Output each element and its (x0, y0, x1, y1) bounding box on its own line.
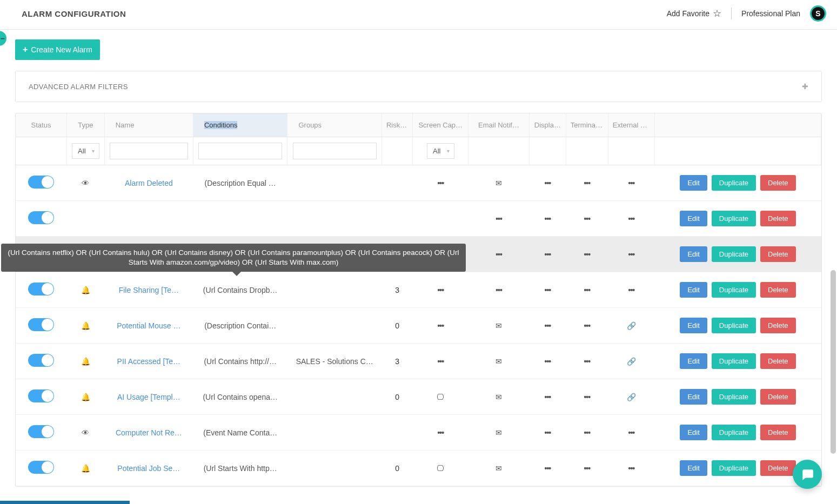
table-row: 🔔Potential Job Se…(Url Starts With http…… (16, 451, 821, 486)
add-favorite-label: Add Favorite (667, 9, 709, 18)
col-name[interactable]: Name (104, 113, 193, 137)
alarm-name-link[interactable]: Computer Not Re… (116, 428, 182, 437)
screen-cell: 🖵 (413, 451, 468, 486)
alarm-name-link[interactable]: AI Usage [Templ… (117, 393, 180, 401)
status-toggle[interactable] (28, 389, 54, 402)
alarm-name-link[interactable]: Alarm Deleted (125, 179, 173, 187)
terminate-cell: ••• (566, 379, 608, 415)
delete-button[interactable]: Delete (760, 282, 796, 298)
external-cell: 🔗 (608, 344, 654, 379)
status-toggle[interactable] (28, 425, 54, 438)
edit-button[interactable]: Edit (680, 460, 707, 476)
groups-cell (287, 272, 382, 308)
screen-icon: 🖵 (437, 464, 444, 473)
edit-button[interactable]: Edit (680, 246, 707, 262)
col-groups[interactable]: Groups (287, 113, 382, 137)
duplicate-button[interactable]: Duplicate (712, 460, 756, 476)
duplicate-button[interactable]: Duplicate (712, 175, 756, 191)
col-display[interactable]: Displa… (530, 113, 566, 137)
edit-button[interactable]: Edit (680, 175, 707, 191)
vertical-scrollbar[interactable] (831, 270, 836, 454)
groups-cell (287, 308, 382, 344)
dots-icon: ••• (584, 428, 590, 437)
status-toggle[interactable] (28, 354, 54, 367)
edit-button[interactable]: Edit (680, 389, 707, 405)
duplicate-button[interactable]: Duplicate (712, 246, 756, 262)
edit-button[interactable]: Edit (680, 425, 707, 440)
duplicate-button[interactable]: Duplicate (712, 389, 756, 405)
edit-button[interactable]: Edit (680, 353, 707, 369)
col-type[interactable]: Type (66, 113, 104, 137)
page-title: ALARM CONFIGURATION (22, 9, 126, 18)
groups-filter-input[interactable] (293, 143, 377, 159)
col-status[interactable]: Status (16, 113, 66, 137)
col-email-notif[interactable]: Email Notif… (468, 113, 530, 137)
advanced-filters-panel[interactable]: ADVANCED ALARM FILTERS ✚ (15, 71, 822, 102)
dots-icon: ••• (545, 214, 551, 223)
mail-icon: ✉ (495, 321, 502, 330)
duplicate-button[interactable]: Duplicate (712, 425, 756, 440)
alarm-name-link[interactable]: PII Accessed [Te… (117, 357, 181, 366)
delete-button[interactable]: Delete (760, 460, 796, 476)
delete-button[interactable]: Delete (760, 175, 796, 191)
edit-button[interactable]: Edit (680, 211, 707, 226)
duplicate-button[interactable]: Duplicate (712, 211, 756, 226)
user-avatar[interactable]: S (810, 5, 826, 22)
status-toggle[interactable] (28, 176, 54, 189)
dots-icon: ••• (545, 321, 551, 330)
email-cell: ✉ (468, 165, 530, 201)
duplicate-button[interactable]: Duplicate (712, 318, 756, 333)
col-external[interactable]: External N… (608, 113, 654, 137)
col-terminate[interactable]: Terminat… (566, 113, 608, 137)
status-toggle[interactable] (28, 283, 54, 295)
delete-button[interactable]: Delete (760, 246, 796, 262)
delete-button[interactable]: Delete (760, 425, 796, 440)
chat-icon (800, 467, 814, 481)
expand-plus-icon[interactable]: ✚ (802, 82, 808, 91)
conditions-cell (193, 201, 287, 237)
risk-cell: 0 (381, 379, 412, 415)
alarm-name-link[interactable]: Potential Job Se… (117, 464, 180, 473)
email-cell: ••• (468, 237, 530, 272)
chat-widget-button[interactable] (793, 460, 822, 489)
conditions-filter-input[interactable] (198, 143, 282, 159)
duplicate-button[interactable]: Duplicate (712, 353, 756, 369)
link-icon: 🔗 (627, 321, 636, 330)
add-favorite-button[interactable]: Add Favorite ☆ (667, 8, 721, 19)
delete-button[interactable]: Delete (760, 211, 796, 226)
dots-icon: ••• (545, 250, 551, 259)
delete-button[interactable]: Delete (760, 389, 796, 405)
email-cell: ••• (468, 201, 530, 237)
dots-icon: ••• (584, 357, 590, 366)
col-screen-capture[interactable]: Screen Cap… (413, 113, 468, 137)
conditions-cell: (Description Equal … (193, 165, 287, 201)
type-filter-select[interactable]: All (72, 143, 99, 159)
star-icon: ☆ (713, 8, 721, 19)
duplicate-button[interactable]: Duplicate (712, 282, 756, 298)
alarm-name-link[interactable]: File Sharing [Te… (119, 286, 179, 294)
screen-filter-select[interactable]: All (427, 143, 454, 159)
col-conditions[interactable]: Conditions (193, 113, 287, 137)
delete-button[interactable]: Delete (760, 353, 796, 369)
terminate-cell: ••• (566, 415, 608, 451)
dots-icon: ••• (584, 464, 590, 473)
create-alarm-button[interactable]: + Create New Alarm (15, 39, 100, 60)
conditions-cell: (Url Contains Dropb… (193, 272, 287, 308)
col-risk[interactable]: Risk … (381, 113, 412, 137)
status-toggle[interactable] (28, 461, 54, 474)
dots-icon: ••• (545, 357, 551, 366)
edit-button[interactable]: Edit (680, 282, 707, 298)
table-row: 🔔File Sharing [Te…(Url Contains Dropb…3•… (16, 272, 821, 308)
status-toggle[interactable] (28, 318, 54, 331)
mail-icon: ✉ (495, 357, 502, 366)
link-icon: 🔗 (627, 393, 636, 401)
delete-button[interactable]: Delete (760, 318, 796, 333)
status-toggle[interactable] (28, 211, 54, 224)
edit-button[interactable]: Edit (680, 318, 707, 333)
screen-cell: ••• (413, 308, 468, 344)
dots-icon: ••• (437, 357, 444, 366)
dots-icon: ••• (437, 428, 444, 437)
alarm-name-link[interactable]: Potential Mouse … (117, 321, 180, 330)
display-cell: ••• (530, 272, 566, 308)
name-filter-input[interactable] (110, 143, 188, 159)
